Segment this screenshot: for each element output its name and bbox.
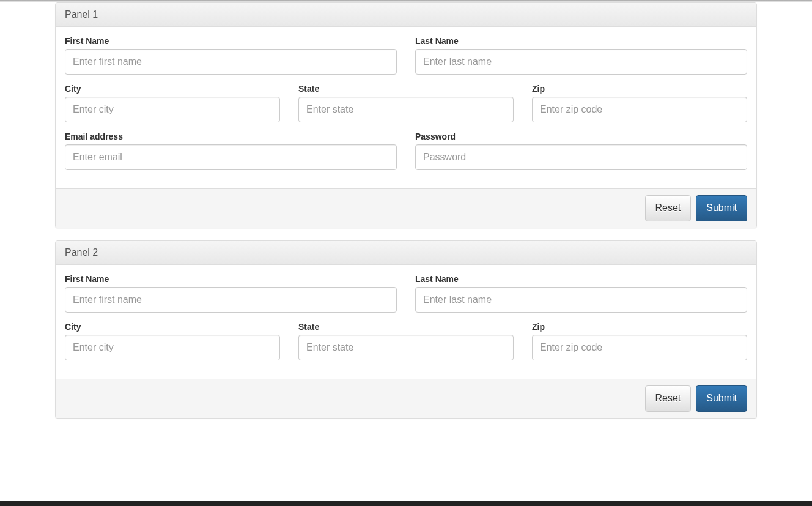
zip-input[interactable] xyxy=(532,335,747,360)
submit-button[interactable]: Submit xyxy=(696,385,747,412)
city-input[interactable] xyxy=(65,97,280,122)
page-container: Panel 1 First Name Last Name City xyxy=(0,2,812,443)
panel-2-title: Panel 2 xyxy=(65,247,747,258)
panel-1-footer: Reset Submit xyxy=(56,188,756,228)
panel-1-heading: Panel 1 xyxy=(56,3,756,27)
panel-2-footer: Reset Submit xyxy=(56,379,756,418)
first-name-input[interactable] xyxy=(65,49,397,75)
state-input[interactable] xyxy=(298,97,514,122)
panel-2-heading: Panel 2 xyxy=(56,241,756,265)
zip-label: Zip xyxy=(532,84,545,94)
state-input[interactable] xyxy=(298,335,514,360)
first-name-label: First Name xyxy=(65,274,109,284)
password-label: Password xyxy=(415,132,456,141)
city-input[interactable] xyxy=(65,335,280,360)
zip-label: Zip xyxy=(532,322,545,332)
last-name-label: Last Name xyxy=(415,36,459,46)
panel-1-title: Panel 1 xyxy=(65,9,747,20)
city-label: City xyxy=(65,84,81,94)
panel-1: Panel 1 First Name Last Name City xyxy=(55,2,757,228)
last-name-input[interactable] xyxy=(415,49,747,75)
reset-button[interactable]: Reset xyxy=(645,195,692,221)
zip-input[interactable] xyxy=(532,97,747,122)
reset-button[interactable]: Reset xyxy=(645,385,692,412)
state-label: State xyxy=(298,322,319,332)
first-name-label: First Name xyxy=(65,36,109,46)
submit-button[interactable]: Submit xyxy=(696,195,747,221)
panel-2-body: First Name Last Name City State xyxy=(56,265,756,379)
last-name-label: Last Name xyxy=(415,274,459,284)
last-name-input[interactable] xyxy=(415,287,747,313)
state-label: State xyxy=(298,84,319,94)
panel-2: Panel 2 First Name Last Name City xyxy=(55,240,757,419)
password-input[interactable] xyxy=(415,144,747,170)
email-input[interactable] xyxy=(65,144,397,170)
first-name-input[interactable] xyxy=(65,287,397,313)
email-label: Email address xyxy=(65,132,123,141)
panel-1-body: First Name Last Name City State xyxy=(56,27,756,188)
city-label: City xyxy=(65,322,81,332)
